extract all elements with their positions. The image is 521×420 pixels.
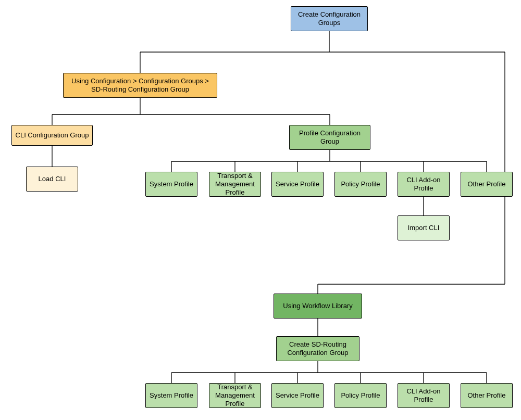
node-using-configuration-path: Using Configuration > Configuration Grou… xyxy=(63,73,217,98)
node-transport-mgmt-profile-lower: Transport & Management Profile xyxy=(209,383,261,408)
node-system-profile-upper: System Profile xyxy=(145,172,197,197)
node-policy-profile-upper: Policy Profile xyxy=(334,172,387,197)
node-system-profile-lower: System Profile xyxy=(145,383,197,408)
node-cli-addon-profile-lower: CLI Add-on Profile xyxy=(398,383,450,408)
node-other-profile-upper: Other Profile xyxy=(461,172,513,197)
node-using-workflow-library: Using Workflow Library xyxy=(274,294,362,319)
node-policy-profile-lower: Policy Profile xyxy=(334,383,387,408)
node-cli-addon-profile-upper: CLI Add-on Profile xyxy=(398,172,450,197)
node-create-config-groups: Create Configuration Groups xyxy=(291,6,368,31)
connector-lines xyxy=(0,0,521,420)
node-load-cli: Load CLI xyxy=(26,167,78,192)
node-other-profile-lower: Other Profile xyxy=(461,383,513,408)
node-service-profile-upper: Service Profile xyxy=(271,172,324,197)
node-import-cli: Import CLI xyxy=(398,215,450,240)
node-service-profile-lower: Service Profile xyxy=(271,383,324,408)
node-transport-mgmt-profile-upper: Transport & Management Profile xyxy=(209,172,261,197)
node-create-sd-routing-config-group: Create SD-Routing Configuration Group xyxy=(276,336,359,361)
node-profile-configuration-group: Profile Configuration Group xyxy=(289,125,370,150)
node-cli-configuration-group: CLI Configuration Group xyxy=(11,125,93,146)
